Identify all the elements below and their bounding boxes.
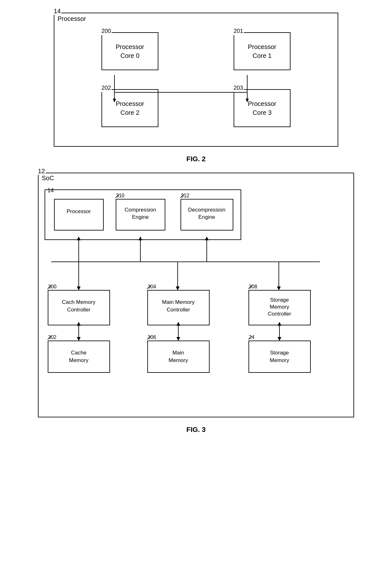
fig2-ref-14: 14 (53, 8, 61, 15)
fig2-processor-label: Processor (58, 15, 86, 22)
fig2-core2-cell: 202 ProcessorCore 2 (64, 77, 196, 133)
core2-label: ProcessorCore 2 (116, 99, 144, 117)
processor-outer-box: 14 Processor 200 ProcessorCore 0 (54, 13, 338, 147)
processor-core-3-box: 203 ProcessorCore 3 (234, 89, 291, 127)
fig3-inner-ref-14: 14 (47, 187, 54, 194)
fig2-core3-cell: 203 ProcessorCore 3 (196, 77, 328, 133)
core2-ref: 202 (101, 84, 112, 92)
fig2-caption: FIG. 2 (186, 155, 205, 163)
fig2-core0-cell: 200 ProcessorCore 0 (64, 26, 196, 77)
fig3-spacer (48, 189, 339, 404)
fig3-diagram: 12 SoC 14 Processor Compression Engine 3… (38, 173, 354, 417)
fig2-cores-grid: 200 ProcessorCore 0 201 ProcessorCore 1 … (64, 26, 328, 133)
fig3-ref-12: 12 (37, 168, 46, 175)
core3-ref: 203 (233, 84, 244, 92)
core1-label: ProcessorCore 1 (248, 42, 276, 60)
fig2-core1-cell: 201 ProcessorCore 1 (196, 26, 328, 77)
fig3-outer-box: 12 SoC 14 Processor Compression Engine 3… (38, 173, 354, 417)
processor-core-2-box: 202 ProcessorCore 2 (101, 89, 158, 127)
core0-label: ProcessorCore 0 (116, 42, 144, 60)
processor-core-0-box: 200 ProcessorCore 0 (101, 32, 158, 70)
core3-label: ProcessorCore 3 (248, 99, 276, 117)
fig2-diagram: 14 Processor 200 ProcessorCore 0 (54, 13, 338, 147)
core0-ref: 200 (101, 27, 112, 35)
processor-core-1-box: 201 ProcessorCore 1 (234, 32, 291, 70)
fig3-soc-label: SoC (42, 175, 54, 182)
core1-ref: 201 (233, 27, 244, 35)
fig3-caption: FIG. 3 (186, 426, 205, 434)
